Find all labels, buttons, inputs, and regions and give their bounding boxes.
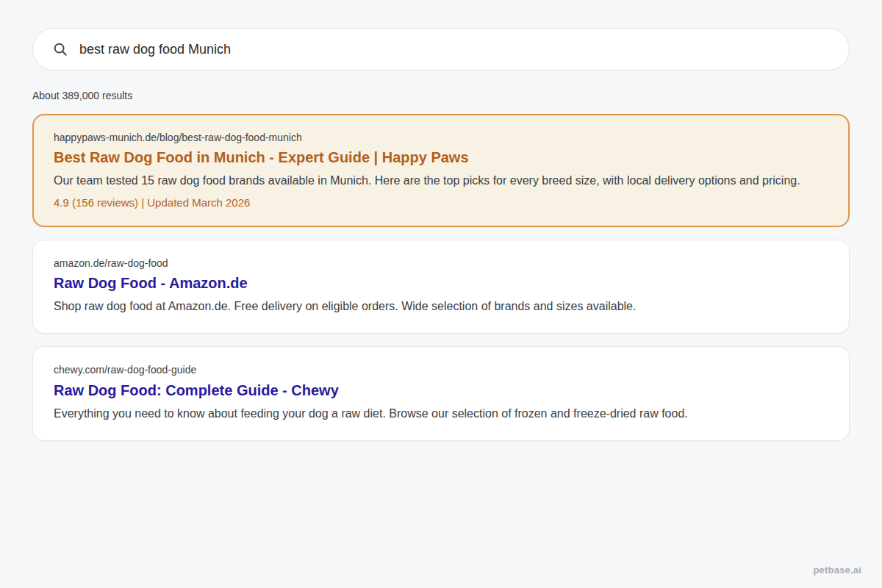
search-result-happypaws[interactable]: happypaws-munich.de/blog/best-raw-dog-fo… — [32, 114, 850, 227]
search-result-chewy[interactable]: chewy.com/raw-dog-food-guide Raw Dog Foo… — [32, 346, 850, 440]
result-title-link[interactable]: Best Raw Dog Food in Munich - Expert Gui… — [54, 148, 469, 167]
main-content: About 389,000 results happypaws-munich.d… — [0, 0, 882, 441]
search-icon — [52, 41, 68, 57]
result-url: amazon.de/raw-dog-food — [54, 257, 828, 270]
result-title-link[interactable]: Raw Dog Food: Complete Guide - Chewy — [54, 381, 339, 400]
result-url: chewy.com/raw-dog-food-guide — [54, 363, 828, 376]
result-url: happypaws-munich.de/blog/best-raw-dog-fo… — [54, 131, 828, 144]
watermark-petbase: petbase.ai — [813, 564, 861, 576]
result-description: Our team tested 15 raw dog food brands a… — [54, 172, 828, 190]
result-title-link[interactable]: Raw Dog Food - Amazon.de — [54, 273, 248, 293]
result-description: Shop raw dog food at Amazon.de. Free del… — [54, 298, 828, 315]
result-description: Everything you need to know about feedin… — [54, 405, 828, 423]
results-count: About 389,000 results — [32, 90, 850, 101]
search-input[interactable] — [79, 42, 830, 57]
result-rating-meta: 4.9 (156 reviews) | Updated March 2026 — [54, 196, 828, 209]
search-bar[interactable] — [32, 28, 850, 71]
search-results-page: About 389,000 results happypaws-munich.d… — [0, 0, 882, 588]
search-result-amazon[interactable]: amazon.de/raw-dog-food Raw Dog Food - Am… — [32, 240, 850, 334]
